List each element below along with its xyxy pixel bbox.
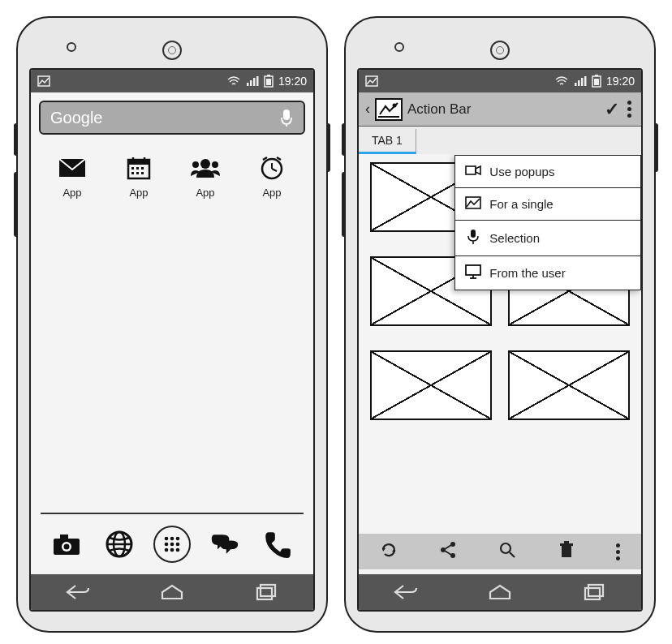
chat-icon[interactable] bbox=[207, 526, 243, 562]
svg-rect-74 bbox=[588, 585, 603, 596]
svg-marker-55 bbox=[476, 166, 480, 174]
svg-rect-47 bbox=[581, 78, 584, 86]
svg-rect-17 bbox=[131, 172, 134, 174]
dock bbox=[31, 514, 313, 569]
nav-home-icon[interactable] bbox=[158, 582, 186, 602]
popup-item-monitor[interactable]: From the user bbox=[455, 256, 640, 290]
svg-point-38 bbox=[176, 543, 180, 547]
back-icon[interactable]: ‹ bbox=[365, 101, 370, 118]
svg-rect-48 bbox=[584, 76, 587, 86]
more-icon[interactable] bbox=[616, 543, 620, 560]
search-bar[interactable]: Google bbox=[39, 101, 305, 135]
image-placeholder[interactable] bbox=[370, 350, 492, 420]
svg-rect-4 bbox=[256, 76, 259, 86]
bottom-toolbar bbox=[359, 534, 641, 569]
svg-rect-15 bbox=[136, 167, 139, 170]
popup-item-video[interactable]: Use popups bbox=[455, 156, 640, 188]
popup-label: Selection bbox=[489, 231, 540, 245]
svg-rect-18 bbox=[136, 172, 139, 174]
earpiece bbox=[162, 41, 182, 60]
actionbar-logo-icon bbox=[375, 98, 403, 121]
share-icon[interactable] bbox=[439, 541, 457, 563]
svg-point-37 bbox=[170, 543, 174, 547]
svg-rect-42 bbox=[257, 588, 272, 599]
app-label: App bbox=[129, 187, 148, 199]
svg-point-40 bbox=[170, 548, 174, 552]
image-placeholder[interactable] bbox=[508, 350, 630, 420]
popup-item-image[interactable]: For a single bbox=[455, 188, 640, 221]
phone-frame-home: 19:20 Google App App bbox=[16, 16, 328, 633]
popup-label: Use popups bbox=[489, 165, 554, 178]
apps-icon[interactable] bbox=[153, 526, 191, 563]
check-icon[interactable]: ✓ bbox=[605, 99, 619, 120]
signal-icon bbox=[246, 75, 259, 87]
svg-point-20 bbox=[200, 159, 210, 169]
app-label: App bbox=[196, 187, 214, 199]
svg-point-34 bbox=[170, 537, 174, 541]
status-bar: 19:20 bbox=[359, 70, 641, 92]
sensor bbox=[394, 42, 404, 52]
app-contacts[interactable]: App bbox=[177, 154, 234, 199]
svg-rect-19 bbox=[141, 172, 144, 174]
app-clock[interactable]: App bbox=[243, 154, 300, 199]
svg-rect-58 bbox=[466, 265, 480, 275]
svg-rect-6 bbox=[267, 75, 270, 76]
popup-label: For a single bbox=[489, 197, 553, 211]
status-time: 19:20 bbox=[278, 75, 307, 88]
wifi-icon bbox=[554, 75, 569, 87]
nav-back-icon[interactable] bbox=[64, 582, 92, 602]
svg-point-41 bbox=[176, 548, 180, 552]
svg-rect-11 bbox=[128, 160, 149, 165]
camera-icon[interactable] bbox=[49, 526, 84, 562]
svg-line-69 bbox=[510, 552, 515, 557]
status-time: 19:20 bbox=[606, 75, 635, 88]
svg-rect-50 bbox=[595, 75, 598, 76]
svg-rect-16 bbox=[141, 167, 144, 170]
phone-frame-detail: 19:20 ‹ Action Bar ✓ TAB 1 Use popups bbox=[344, 16, 656, 633]
popup-item-mic[interactable]: Selection bbox=[455, 221, 640, 256]
nav-recent-icon[interactable] bbox=[252, 582, 280, 602]
search-placeholder: Google bbox=[50, 109, 103, 127]
notification-image-icon bbox=[365, 75, 378, 87]
svg-rect-8 bbox=[283, 109, 290, 120]
video-icon bbox=[465, 164, 481, 179]
nav-home-icon[interactable] bbox=[486, 582, 514, 602]
svg-line-67 bbox=[445, 551, 451, 555]
trash-icon[interactable] bbox=[558, 541, 575, 563]
svg-point-21 bbox=[192, 161, 199, 168]
app-row: App App App App bbox=[31, 154, 313, 199]
svg-rect-70 bbox=[562, 546, 571, 557]
app-calendar[interactable]: App bbox=[110, 154, 167, 199]
svg-point-29 bbox=[64, 544, 70, 550]
svg-point-35 bbox=[176, 537, 180, 541]
refresh-icon[interactable] bbox=[380, 541, 398, 563]
svg-rect-14 bbox=[131, 167, 134, 170]
content-area: Use popups For a single Selection bbox=[359, 154, 641, 534]
svg-marker-61 bbox=[382, 547, 386, 552]
app-label: App bbox=[262, 187, 281, 199]
globe-icon[interactable] bbox=[101, 526, 137, 562]
contacts-icon bbox=[190, 154, 221, 182]
nav-recent-icon[interactable] bbox=[580, 582, 608, 602]
nav-back-icon[interactable] bbox=[392, 582, 420, 602]
nav-bar bbox=[31, 574, 313, 610]
mic-icon[interactable] bbox=[279, 108, 294, 127]
notification-image-icon bbox=[37, 75, 50, 87]
search-icon[interactable] bbox=[498, 541, 516, 563]
svg-rect-54 bbox=[466, 166, 476, 174]
monitor-icon bbox=[465, 264, 481, 281]
nav-bar bbox=[359, 574, 641, 610]
svg-rect-7 bbox=[266, 79, 271, 85]
phone-icon[interactable] bbox=[260, 526, 295, 562]
overflow-menu-icon[interactable] bbox=[624, 101, 635, 118]
svg-point-22 bbox=[212, 161, 218, 168]
app-mail[interactable]: App bbox=[44, 154, 101, 199]
clock-icon bbox=[259, 154, 285, 182]
popup-menu: Use popups For a single Selection bbox=[454, 155, 641, 290]
svg-rect-45 bbox=[575, 83, 577, 86]
tab-1[interactable]: TAB 1 bbox=[359, 129, 416, 154]
wifi-icon bbox=[226, 75, 241, 87]
svg-rect-3 bbox=[253, 78, 256, 86]
actionbar-title: Action Bar bbox=[407, 101, 600, 118]
svg-rect-43 bbox=[261, 585, 275, 596]
